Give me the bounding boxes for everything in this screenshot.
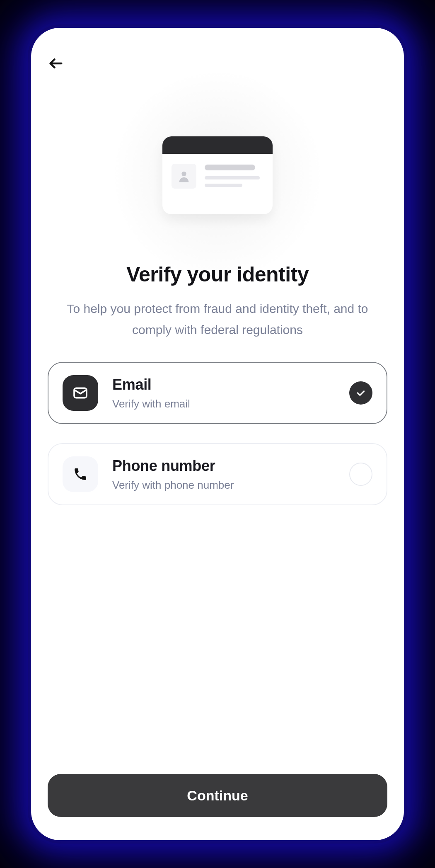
id-card-body [162, 154, 273, 189]
page-subtitle: To help you protect from fraud and ident… [48, 298, 387, 340]
mail-icon [72, 385, 89, 401]
id-card-illustration [162, 136, 273, 214]
arrow-left-icon [48, 55, 64, 72]
continue-button[interactable]: Continue [48, 774, 387, 817]
option-description: Verify with phone number [112, 479, 335, 492]
id-card-avatar [172, 164, 196, 189]
id-card-line [205, 176, 260, 179]
id-card-stripe [162, 136, 273, 154]
option-title: Phone number [112, 457, 335, 475]
option-radio-unchecked[interactable] [349, 463, 372, 486]
option-email[interactable]: Email Verify with email [48, 362, 387, 424]
option-radio-checked[interactable] [349, 381, 372, 405]
spacer [48, 505, 387, 774]
page-title: Verify your identity [48, 262, 387, 286]
person-icon [177, 169, 191, 183]
phone-icon [73, 467, 88, 482]
id-card-line [205, 184, 242, 187]
option-texts: Phone number Verify with phone number [112, 457, 335, 492]
check-icon [355, 388, 366, 398]
device-frame: Verify your identity To help you protect… [31, 28, 404, 840]
id-card-line [205, 165, 255, 170]
back-button[interactable] [48, 51, 72, 76]
option-title: Email [112, 376, 335, 393]
option-phone[interactable]: Phone number Verify with phone number [48, 443, 387, 505]
illustration-area [48, 121, 387, 229]
top-bar [48, 51, 387, 76]
id-card-lines [205, 164, 263, 189]
verification-options: Email Verify with email Phone number Ver… [48, 362, 387, 505]
svg-point-1 [181, 172, 186, 176]
option-texts: Email Verify with email [112, 376, 335, 410]
option-description: Verify with email [112, 398, 335, 410]
option-icon-wrap [63, 456, 98, 492]
option-icon-wrap [63, 375, 98, 411]
